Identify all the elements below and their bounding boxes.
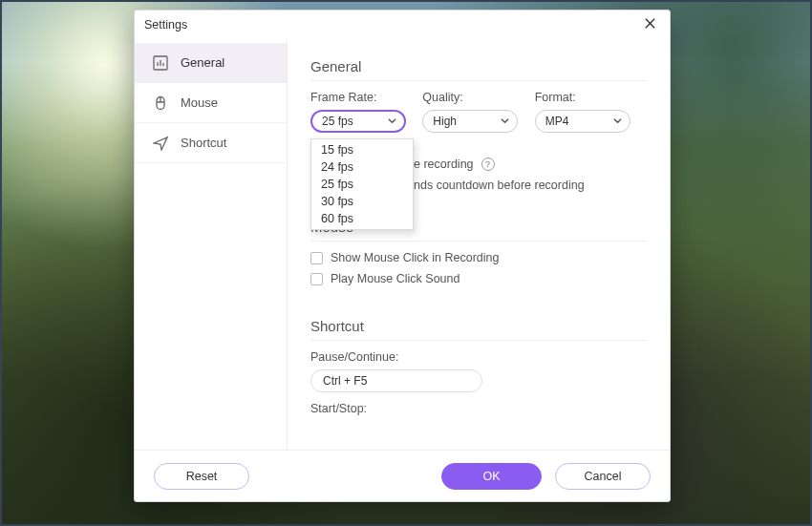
quality-value: High [433, 115, 457, 128]
start-stop-label: Start/Stop: [310, 402, 647, 415]
chevron-down-icon [388, 115, 396, 128]
show-mouse-click-row: Show Mouse Click in Recording [310, 251, 647, 264]
titlebar: Settings [135, 11, 670, 39]
window-title: Settings [144, 18, 187, 32]
reset-button[interactable]: Reset [154, 463, 249, 490]
section-title-general: General [310, 51, 647, 81]
cancel-button[interactable]: Cancel [555, 463, 651, 490]
pause-continue-label: Pause/Continue: [310, 350, 647, 364]
pause-continue-input[interactable]: Ctrl + F5 [310, 369, 482, 392]
quality-label: Quality: [422, 91, 534, 104]
field-format: Format: MP4 [535, 91, 647, 133]
close-button[interactable] [639, 14, 660, 35]
ok-button[interactable]: OK [441, 463, 542, 490]
send-icon [152, 135, 169, 152]
frame-rate-option[interactable]: 15 fps [311, 141, 413, 158]
sidebar-item-mouse[interactable]: Mouse [135, 83, 287, 123]
hide-while-recording-row: e recording ? [414, 158, 647, 171]
settings-dialog: Settings General Mouse [134, 10, 671, 502]
play-mouse-sound-row: Play Mouse Click Sound [310, 272, 647, 285]
reset-button-label: Reset [186, 470, 218, 483]
hide-while-recording-label: e recording [414, 158, 474, 171]
sidebar-item-label: Mouse [181, 95, 218, 110]
dialog-footer: Reset OK Cancel [135, 450, 670, 501]
sidebar-item-label: General [181, 55, 224, 70]
frame-rate-option[interactable]: 30 fps [311, 193, 413, 210]
format-value: MP4 [545, 115, 569, 128]
countdown-row: nds countdown before recording [414, 179, 647, 192]
countdown-label: nds countdown before recording [414, 179, 585, 192]
frame-rate-option[interactable]: 60 fps [311, 210, 413, 227]
field-frame-rate: Frame Rate: 25 fps [310, 91, 422, 133]
cancel-button-label: Cancel [585, 470, 622, 483]
frame-rate-dropdown: 15 fps 24 fps 25 fps 30 fps 60 fps [310, 138, 414, 230]
frame-rate-option[interactable]: 25 fps [311, 176, 413, 193]
help-icon[interactable]: ? [481, 158, 495, 171]
show-mouse-click-checkbox[interactable] [310, 252, 323, 264]
play-mouse-sound-label: Play Mouse Click Sound [331, 272, 459, 285]
field-quality: Quality: High [422, 91, 534, 133]
chevron-down-icon [501, 115, 509, 128]
bar-chart-icon [152, 54, 169, 72]
sidebar-item-shortcut[interactable]: Shortcut [135, 123, 287, 163]
frame-rate-select[interactable]: 25 fps [310, 110, 406, 133]
sidebar: General Mouse Shortcut [135, 39, 288, 450]
play-mouse-sound-checkbox[interactable] [310, 273, 323, 285]
content-panel: General Frame Rate: 25 fps Quality: High [288, 39, 670, 450]
frame-rate-option[interactable]: 24 fps [311, 158, 413, 176]
section-title-shortcut: Shortcut [310, 310, 647, 341]
quality-select[interactable]: High [422, 110, 518, 133]
sidebar-item-general[interactable]: General [135, 43, 287, 83]
format-label: Format: [535, 91, 647, 104]
close-icon [644, 17, 656, 32]
format-select[interactable]: MP4 [535, 110, 630, 133]
show-mouse-click-label: Show Mouse Click in Recording [331, 251, 499, 264]
mouse-icon [152, 95, 169, 112]
ok-button-label: OK [482, 470, 500, 483]
frame-rate-label: Frame Rate: [310, 91, 422, 104]
frame-rate-value: 25 fps [322, 115, 353, 128]
chevron-down-icon [613, 115, 622, 128]
sidebar-item-label: Shortcut [181, 136, 226, 150]
pause-continue-value: Ctrl + F5 [323, 374, 367, 388]
